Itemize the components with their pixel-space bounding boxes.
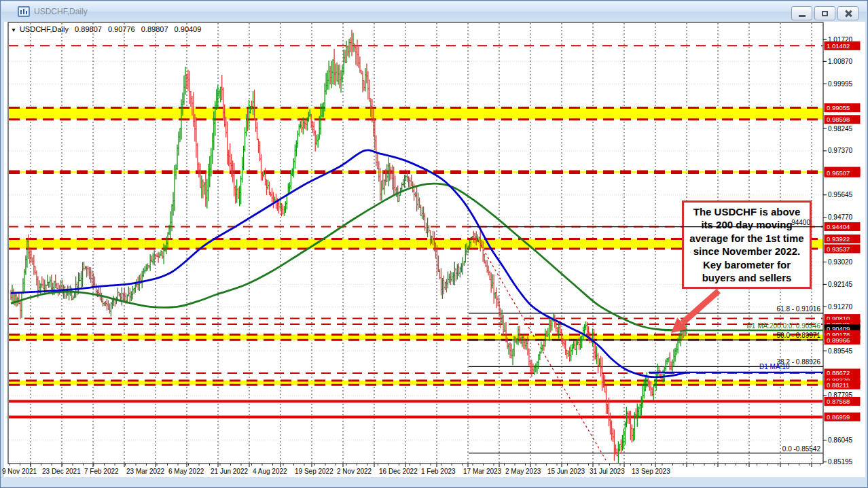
minimize-button[interactable] [791, 6, 812, 20]
chart-icon [18, 6, 30, 17]
annotation-text: The USDCHF is above its 200 day moving a… [687, 205, 807, 285]
annotation-box[interactable]: The USDCHF is above its 200 day moving a… [682, 201, 812, 289]
titlebar[interactable]: USDCHF,Daily [1, 1, 867, 22]
ohlc-header: ▼USDCHF,Daily 0.89807 0.90776 0.89807 0.… [11, 25, 205, 33]
ohlc-open: 0.89807 [75, 25, 102, 33]
restore-icon [822, 11, 828, 16]
close-icon [844, 10, 852, 17]
ohlc-low: 0.89807 [141, 25, 168, 33]
restore-button[interactable] [814, 6, 835, 20]
status-bar [1, 477, 867, 487]
minimize-icon [799, 15, 806, 17]
ohlc-close: 0.90409 [175, 25, 202, 33]
close-button[interactable] [837, 6, 858, 20]
window-title: USDCHF,Daily [34, 7, 88, 16]
ohlc-symbol: USDCHF,Daily [20, 25, 69, 33]
ohlc-high: 0.90776 [108, 25, 135, 33]
symbol-dropdown-icon[interactable]: ▼ [11, 27, 16, 33]
